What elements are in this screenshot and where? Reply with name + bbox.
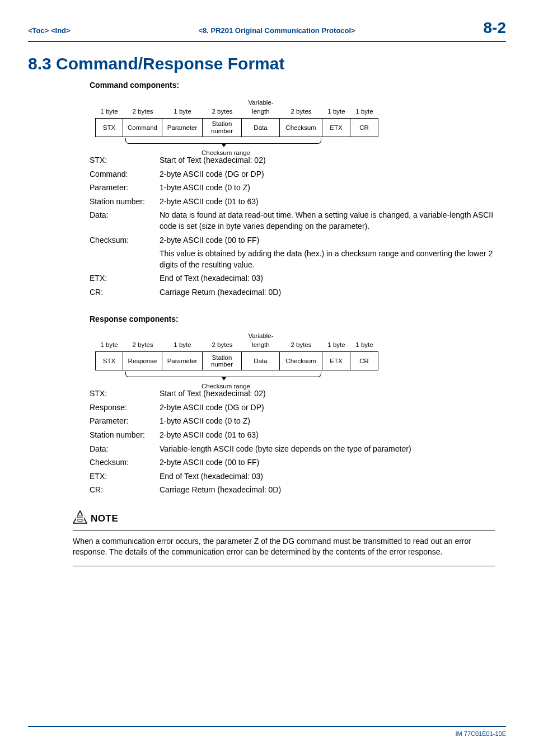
size-label: 2 bytes <box>123 331 162 350</box>
size-label: 1 byte <box>350 98 378 117</box>
frame-cell-command: Command <box>123 118 162 137</box>
frame-cell-station: Station number <box>203 118 242 137</box>
header-chapter: <8. PR201 Original Communication Protoco… <box>198 26 355 36</box>
def-term: STX: <box>90 388 160 400</box>
command-frame-row: STX Command Parameter Station number Dat… <box>95 118 500 137</box>
response-components-title: Response components: <box>90 314 500 325</box>
command-components-title: Command components: <box>90 80 500 91</box>
def-term: ETX: <box>90 471 160 482</box>
def-term: Station number: <box>90 196 160 208</box>
frame-cell-response: Response <box>123 351 162 370</box>
frame-cell-checksum: Checksum <box>280 118 322 137</box>
warning-icon <box>73 510 87 527</box>
def-desc: 1-byte ASCII code (0 to Z) <box>160 416 500 427</box>
checksum-range-bracket: Checksum range <box>95 137 500 153</box>
size-label: 1 byte <box>322 98 350 117</box>
def-term: Parameter: <box>90 416 160 427</box>
def-term: Checksum: <box>90 235 160 246</box>
frame-cell-stx: STX <box>95 351 123 370</box>
size-label: 1 byte <box>322 331 350 350</box>
footer-rule <box>28 726 506 727</box>
def-term: CR: <box>90 485 160 496</box>
def-desc: End of Text (hexadecimal: 03) <box>160 273 500 284</box>
def-desc: Variable-length ASCII code (byte size de… <box>160 444 500 455</box>
note-block: NOTE When a communication error occurs, … <box>73 510 495 566</box>
frame-cell-checksum: Checksum <box>280 351 322 370</box>
def-term: Station number: <box>90 430 160 441</box>
page-number: 8-2 <box>484 17 506 39</box>
size-label: Variable- length <box>242 98 280 117</box>
size-label: 2 bytes <box>203 331 242 350</box>
size-label: Variable- length <box>242 331 280 350</box>
checksum-range-bracket: Checksum range <box>95 370 500 386</box>
def-desc: 2-byte ASCII code (DG or DP) <box>160 169 500 180</box>
def-desc: Carriage Return (hexadecimal: 0D) <box>160 287 500 298</box>
frame-cell-parameter: Parameter <box>162 118 203 137</box>
header-toc-ind: <Toc> <Ind> <box>28 26 71 36</box>
def-desc: 2-byte ASCII code (00 to FF) <box>160 457 500 468</box>
frame-cell-data: Data <box>242 118 280 137</box>
page-header: <Toc> <Ind> <8. PR201 Original Communica… <box>28 17 506 42</box>
command-size-row: 1 byte 2 bytes 1 byte 2 bytes Variable- … <box>95 98 500 117</box>
def-term: Command: <box>90 169 160 180</box>
def-term: ETX: <box>90 273 160 284</box>
def-term: Checksum: <box>90 457 160 468</box>
def-desc: No data is found at data read-out time. … <box>160 210 500 232</box>
note-body: When a communication error occurs, the p… <box>73 536 495 558</box>
def-desc: 2-byte ASCII code (01 to 63) <box>160 196 500 208</box>
bracket-label: Checksum range <box>202 148 250 157</box>
command-definitions: STX:Start of Text (hexadecimal: 02) Comm… <box>90 155 500 298</box>
def-desc: 2-byte ASCII code (DG or DP) <box>160 402 500 414</box>
size-label: 2 bytes <box>203 98 242 117</box>
note-bottom-rule <box>73 566 495 566</box>
def-term <box>90 248 160 270</box>
def-desc: Carriage Return (hexadecimal: 0D) <box>160 485 500 496</box>
def-term: Parameter: <box>90 182 160 194</box>
size-label: 2 bytes <box>280 331 322 350</box>
footer-doc-id: IM 77C01E01-10E <box>456 730 507 738</box>
def-term: CR: <box>90 287 160 298</box>
frame-cell-stx: STX <box>95 118 123 137</box>
def-desc: 1-byte ASCII code (0 to Z) <box>160 182 500 194</box>
size-label: 1 byte <box>95 331 123 350</box>
note-title: NOTE <box>91 512 118 525</box>
def-term: Response: <box>90 402 160 414</box>
bracket-label: Checksum range <box>202 382 250 391</box>
frame-cell-cr: CR <box>350 118 378 137</box>
response-frame-row: STX Response Parameter Station number Da… <box>95 351 500 370</box>
size-label: 1 byte <box>162 331 203 350</box>
size-label: 1 byte <box>350 331 378 350</box>
frame-cell-parameter: Parameter <box>162 351 203 370</box>
def-term: Data: <box>90 444 160 455</box>
frame-cell-data: Data <box>242 351 280 370</box>
def-term: Data: <box>90 210 160 232</box>
frame-cell-etx: ETX <box>322 351 350 370</box>
size-label: 2 bytes <box>280 98 322 117</box>
def-desc: 2-byte ASCII code (01 to 63) <box>160 430 500 441</box>
section-heading: 8.3 Command/Response Format <box>28 52 506 76</box>
def-term: STX: <box>90 155 160 166</box>
def-desc: This value is obtained by adding the dat… <box>160 248 500 270</box>
frame-cell-etx: ETX <box>322 118 350 137</box>
size-label: 1 byte <box>162 98 203 117</box>
response-size-row: 1 byte 2 bytes 1 byte 2 bytes Variable- … <box>95 331 500 350</box>
def-desc: 2-byte ASCII code (00 to FF) <box>160 235 500 246</box>
def-desc: End of Text (hexadecimal: 03) <box>160 471 500 482</box>
frame-cell-station: Station number <box>203 351 242 370</box>
response-definitions: STX:Start of Text (hexadecimal: 02) Resp… <box>90 388 500 496</box>
size-label: 2 bytes <box>123 98 162 117</box>
size-label: 1 byte <box>95 98 123 117</box>
frame-cell-cr: CR <box>350 351 378 370</box>
